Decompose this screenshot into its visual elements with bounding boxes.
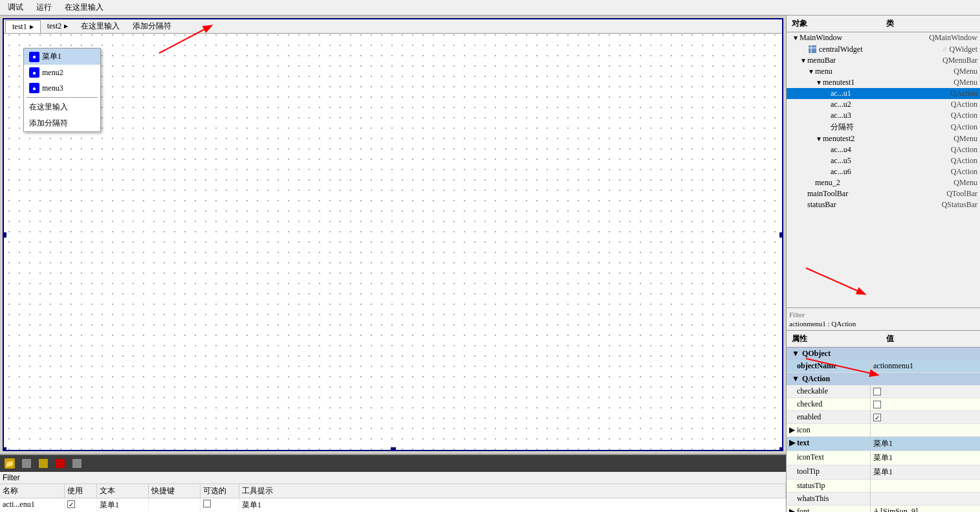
toggle-menubar[interactable]: ▼: [800, 57, 807, 65]
checked-checkbox[interactable]: [873, 401, 881, 408]
prop-value-icontext: 菜单1: [871, 451, 980, 465]
tree-item-centralwidget[interactable]: centralWidget // QWidget: [787, 43, 980, 55]
dropdown-item-1[interactable]: ● menu2: [24, 65, 100, 80]
tree-item-menu2[interactable]: menu_2 QMenu: [787, 177, 980, 188]
handle-br[interactable]: [779, 447, 783, 451]
prop-value-checkable[interactable]: [871, 385, 980, 397]
icon-expand[interactable]: ▶: [789, 425, 797, 434]
toggle-mt2[interactable]: ▼: [815, 135, 823, 143]
tree-item-toolbar[interactable]: mainToolBar QToolBar: [787, 188, 980, 199]
svg-rect-3: [22, 459, 31, 468]
name-acu1: ac...u1: [831, 89, 948, 98]
dropdown-item-4[interactable]: 添加分隔符: [24, 115, 100, 131]
form-menu-type-here[interactable]: 在这里输入: [74, 19, 126, 33]
toolbar-btn-5[interactable]: [70, 456, 84, 471]
checkable-checkbox[interactable]: [873, 388, 881, 395]
prop-row-enabled[interactable]: enabled: [787, 411, 980, 424]
tree-item-acu1[interactable]: ac...u1 QAction: [787, 88, 980, 99]
tree-item-acu6[interactable]: ac...u6 QAction: [787, 166, 980, 177]
prop-name-enabled: enabled: [787, 411, 871, 423]
handle-bl[interactable]: [3, 447, 6, 451]
enabled-checkbox[interactable]: [873, 414, 881, 421]
widget-icon: [807, 44, 818, 54]
class-mt1: QMenu: [953, 78, 977, 87]
form-menu-add-separator[interactable]: 添加分隔符: [126, 19, 178, 33]
class-cw: QWidget: [949, 45, 977, 54]
name-mainwindow: MainWindow: [800, 33, 929, 43]
handle-ml[interactable]: [3, 232, 6, 238]
toolbar-btn-3[interactable]: [36, 456, 50, 471]
toolbar-btn-2[interactable]: [19, 456, 34, 471]
class-acu5: QAction: [951, 156, 977, 166]
section-qaction-toggle[interactable]: ▼: [792, 374, 800, 384]
row1-used: [65, 498, 97, 512]
prop-row-text[interactable]: ▶ text 菜单1: [787, 437, 980, 451]
form-canvas: test1 ▶ test2 ▶ 在这里输入 添加分隔符: [3, 18, 783, 451]
menu-debug[interactable]: 调试: [3, 1, 28, 14]
handle-mr[interactable]: [779, 232, 783, 238]
section-qobject-toggle[interactable]: ▼: [792, 349, 800, 359]
toolbar-btn-4[interactable]: [53, 456, 67, 471]
dropdown-item-2[interactable]: ● menu3: [24, 80, 100, 96]
name-statusbar: statusBar: [807, 200, 939, 210]
props-header: 属性 值: [787, 331, 980, 348]
toggle-cw[interactable]: [800, 45, 807, 53]
handle-bc[interactable]: [391, 447, 396, 451]
prop-value-checked[interactable]: [871, 398, 980, 410]
tree-item-menu[interactable]: ▼ menu QMenu: [787, 66, 980, 77]
col-used: 使用: [65, 484, 97, 498]
tree-item-acu4[interactable]: ac...u4 QAction: [787, 144, 980, 155]
prop-name-font: ▶ font: [787, 506, 871, 512]
prop-value-enabled[interactable]: [871, 411, 980, 423]
tree-item-menutest1[interactable]: ▼ menutest1 QMenu: [787, 77, 980, 88]
prop-row-font[interactable]: ▶ font A [SimSun, 9]: [787, 506, 980, 512]
form-menu-test1[interactable]: test1 ▶: [5, 20, 41, 33]
name-menubar: menuBar: [807, 56, 937, 65]
prop-row-tooltip[interactable]: toolTip 菜单1: [787, 465, 980, 480]
prop-row-objectname[interactable]: objectName actionmenu1: [787, 360, 980, 373]
form-menu-test2[interactable]: test2 ▶: [41, 20, 75, 32]
prop-name-objectname: objectName: [787, 360, 871, 372]
toggle-mainwindow[interactable]: ▼: [792, 34, 800, 42]
prop-name-icon: ▶ icon: [787, 424, 871, 436]
prop-row-icon[interactable]: ▶ icon: [787, 424, 980, 437]
dropdown-menu: ● 菜单1 ● menu2 ● menu3 在这里输入: [23, 48, 101, 132]
prop-row-whatsthis[interactable]: whatsThis: [787, 493, 980, 506]
menu-run[interactable]: 运行: [31, 1, 57, 14]
class-acu6: QAction: [951, 167, 977, 177]
tree-item-menubar[interactable]: ▼ menuBar QMenuBar: [787, 55, 980, 66]
row1-used-checkbox: [67, 500, 75, 508]
tree-item-mainwindow[interactable]: ▼ MainWindow QMainWindow: [787, 32, 980, 43]
prop-value-whatsthis: [871, 493, 980, 505]
tree-item-acu3[interactable]: ac...u3 QAction: [787, 110, 980, 121]
tree-item-statusbar[interactable]: statusBar QStatusBar: [787, 199, 980, 210]
tree-item-acu5[interactable]: ac...u5 QAction: [787, 155, 980, 166]
class-statusbar: QStatusBar: [942, 200, 977, 210]
class-menu2: QMenu: [953, 178, 977, 188]
class-toolbar: QToolBar: [946, 189, 977, 199]
prop-row-checked[interactable]: checked: [787, 398, 980, 411]
prop-row-statustip[interactable]: statusTip: [787, 480, 980, 493]
prop-row-icontext[interactable]: iconText 菜单1: [787, 451, 980, 465]
toggle-menu[interactable]: ▼: [807, 68, 815, 76]
font-expand[interactable]: ▶: [789, 507, 797, 512]
filter-area: Filter actionmenu1 : QAction: [787, 308, 980, 331]
col-checkable: 可选的: [201, 484, 239, 498]
name-acu3: ac...u3: [831, 111, 948, 120]
tree-item-acu2[interactable]: ac...u2 QAction: [787, 99, 980, 110]
prop-row-checkable[interactable]: checkable: [787, 385, 980, 398]
tree-item-menutest2[interactable]: ▼ menutest2 QMenu: [787, 133, 980, 144]
toggle-mt1[interactable]: ▼: [815, 79, 823, 87]
col-text: 文本: [97, 484, 149, 498]
dropdown-item-3[interactable]: 在这里输入: [24, 99, 100, 115]
name-menu2: menu_2: [815, 178, 948, 188]
prop-name-tooltip: toolTip: [787, 465, 871, 479]
class-mt2: QMenu: [953, 134, 977, 144]
tree-item-separator[interactable]: 分隔符 QAction: [787, 121, 980, 133]
menu-type-here[interactable]: 在这里输入: [60, 1, 109, 14]
bottom-filter-input[interactable]: [0, 472, 786, 484]
dropdown-item-0[interactable]: ● 菜单1: [24, 49, 100, 65]
toolbar-btn-1[interactable]: 📁: [3, 456, 17, 471]
table-row[interactable]: acti...enu1 菜单1 菜单1: [0, 498, 786, 512]
text-expand[interactable]: ▶: [789, 438, 797, 447]
